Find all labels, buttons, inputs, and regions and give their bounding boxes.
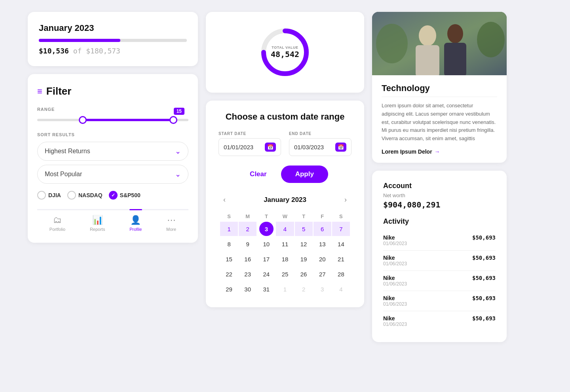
- range-thumb-left[interactable]: [79, 116, 87, 124]
- datepicker-actions: Clear Apply: [218, 166, 352, 183]
- checkbox-sp500[interactable]: ✓ S&P500: [109, 191, 141, 200]
- apply-button[interactable]: Apply: [281, 166, 328, 183]
- calendar-day-header: S: [332, 212, 350, 221]
- budget-of: of: [73, 47, 86, 55]
- calendar-day[interactable]: 20: [315, 252, 329, 266]
- calendar-day[interactable]: 13: [315, 237, 329, 251]
- djia-circle: [37, 191, 46, 200]
- calendar-day[interactable]: 19: [296, 252, 311, 266]
- calendar-day[interactable]: 7: [332, 222, 350, 236]
- more-icon: ⋯: [167, 215, 176, 225]
- datepicker-title: Choose a custom date range: [218, 112, 352, 122]
- donut-center: TOTAL VALUE 48,542: [271, 46, 299, 59]
- calendar-day[interactable]: 16: [241, 252, 255, 266]
- tech-divider: [382, 97, 497, 97]
- account-title: Account: [383, 182, 496, 190]
- calendar-day[interactable]: 27: [315, 267, 329, 281]
- checkbox-group: DJIA NASDAQ ✓ S&P500: [37, 191, 188, 200]
- activity-name: Nike: [383, 255, 407, 261]
- calendar-day[interactable]: 12: [296, 237, 311, 251]
- calendar-day[interactable]: 25: [278, 267, 292, 281]
- nav-reports[interactable]: 📊 Reports: [90, 215, 105, 232]
- svg-point-8: [376, 24, 408, 63]
- calendar-next-button[interactable]: ›: [341, 194, 350, 206]
- range-track: [37, 119, 188, 121]
- calendar-day-header: T: [257, 212, 275, 221]
- activity-item: Nike 01/06/2023 $50,693: [383, 230, 496, 251]
- calendar-day[interactable]: 30: [241, 282, 255, 296]
- filter-card: ≡ Filter RANGE 15 SORT RESULTS Highest R…: [28, 74, 198, 243]
- calendar-grid: SMTWTFS123456789101112131415161718192021…: [220, 212, 350, 296]
- end-calendar-icon[interactable]: 📅: [335, 143, 346, 152]
- calendar-day[interactable]: 10: [259, 237, 274, 251]
- activity-date: 01/06/2023: [383, 281, 407, 287]
- calendar-day-header: M: [239, 212, 256, 221]
- calendar-prev-button[interactable]: ‹: [220, 194, 229, 206]
- reports-icon: 📊: [92, 215, 103, 225]
- donut-chart: TOTAL VALUE 48,542: [257, 25, 313, 80]
- nav-profile-label: Profile: [129, 227, 142, 232]
- budget-progress-fill: [39, 39, 120, 42]
- svg-point-9: [477, 22, 505, 57]
- checkbox-nasdaq[interactable]: NASDAQ: [67, 191, 103, 200]
- djia-label: DJIA: [48, 192, 61, 198]
- calendar-day[interactable]: 3: [315, 282, 329, 296]
- filter-title: Filter: [46, 85, 72, 97]
- calendar-day[interactable]: 17: [259, 252, 274, 266]
- calendar-day[interactable]: 21: [334, 252, 348, 266]
- nav-reports-label: Reports: [90, 227, 105, 232]
- calendar-day[interactable]: 1: [278, 282, 292, 296]
- range-label: RANGE: [37, 107, 188, 112]
- tech-link[interactable]: Lorem Ipsum Delor →: [382, 148, 497, 155]
- activity-info: Nike 01/06/2023: [383, 315, 407, 327]
- budget-card: January 2023 $10,536 of $180,573: [28, 12, 198, 66]
- end-date-label: END DATE: [289, 131, 352, 136]
- calendar-day[interactable]: 15: [222, 252, 236, 266]
- calendar-day[interactable]: 29: [222, 282, 236, 296]
- range-thumb-right[interactable]: [169, 116, 177, 124]
- calendar-day[interactable]: 8: [222, 237, 236, 251]
- end-date-value: 01/03/2023: [294, 144, 324, 150]
- tech-image-inner: [372, 12, 507, 75]
- calendar-day[interactable]: 1: [220, 222, 238, 236]
- nav-portfolio[interactable]: 🗂 Portfolio: [49, 215, 65, 232]
- sort-dropdown-1[interactable]: Highest Returns ⌄: [37, 142, 188, 161]
- calendar-day[interactable]: 24: [259, 267, 274, 281]
- calendar-day[interactable]: 28: [334, 267, 348, 281]
- sort-dropdown-2[interactable]: Most Popular ⌄: [37, 165, 188, 184]
- range-slider[interactable]: 15: [37, 119, 188, 121]
- calendar-day[interactable]: 9: [241, 237, 255, 251]
- column-3: Technology Lorem ipsum dolor sit amet, c…: [372, 12, 507, 342]
- activity-name: Nike: [383, 275, 407, 281]
- calendar-day-header: W: [276, 212, 294, 221]
- activity-name: Nike: [383, 234, 407, 241]
- start-date-input[interactable]: 01/01/2023 📅: [218, 138, 281, 156]
- calendar-day[interactable]: 4: [334, 282, 348, 296]
- nav-profile[interactable]: 👤 Profile: [129, 215, 142, 232]
- checkbox-djia[interactable]: DJIA: [37, 191, 61, 200]
- range-badge: 15: [174, 108, 184, 115]
- clear-button[interactable]: Clear: [242, 166, 275, 182]
- calendar-day[interactable]: 11: [278, 237, 292, 251]
- start-calendar-icon[interactable]: 📅: [265, 143, 276, 152]
- nav-more[interactable]: ⋯ More: [166, 215, 176, 232]
- calendar-day[interactable]: 26: [296, 267, 311, 281]
- activity-name: Nike: [383, 295, 407, 301]
- start-date-label: START DATE: [218, 131, 281, 136]
- calendar-day[interactable]: 4: [276, 222, 294, 236]
- calendar-day[interactable]: 23: [241, 267, 255, 281]
- calendar-day[interactable]: 14: [334, 237, 348, 251]
- calendar-day[interactable]: 22: [222, 267, 236, 281]
- budget-amounts: $10,536 of $180,573: [39, 47, 187, 55]
- calendar-day[interactable]: 5: [295, 222, 313, 236]
- sort-option-1-label: Highest Returns: [45, 148, 90, 155]
- calendar-day[interactable]: 6: [314, 222, 331, 236]
- calendar-day[interactable]: 3: [259, 222, 274, 236]
- calendar-day[interactable]: 2: [296, 282, 311, 296]
- calendar-day[interactable]: 18: [278, 252, 292, 266]
- calendar-day[interactable]: 31: [259, 282, 274, 296]
- chevron-down-icon-2: ⌄: [175, 170, 181, 179]
- calendar-day[interactable]: 2: [239, 222, 256, 236]
- activity-item: Nike 01/06/2023 $50,693: [383, 291, 496, 311]
- end-date-input[interactable]: 01/03/2023 📅: [289, 138, 352, 156]
